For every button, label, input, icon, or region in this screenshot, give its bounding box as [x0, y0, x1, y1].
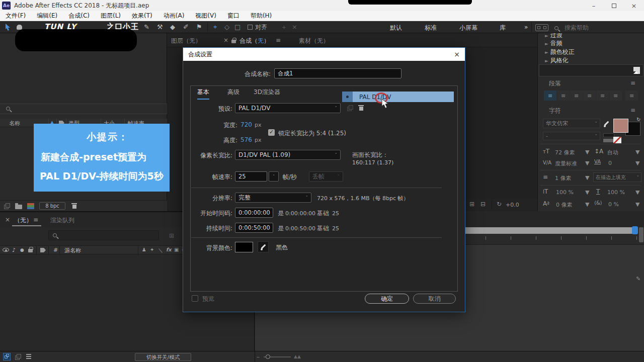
menu-composition[interactable]: 合成(C): [63, 12, 95, 20]
brush-tool-icon[interactable]: ✐: [183, 23, 189, 31]
comp-marker-icon[interactable]: ✎: [636, 276, 640, 282]
hand-tool-icon[interactable]: [17, 25, 22, 30]
help-search-input[interactable]: 搜索帮助: [565, 24, 589, 32]
lock-aspect-checkbox[interactable]: ✓: [268, 129, 275, 136]
toggle-switches-modes-button[interactable]: 切换开关/模式: [135, 353, 191, 361]
panel-menu-icon[interactable]: ≡: [630, 79, 635, 86]
pen-tool-icon[interactable]: ✎: [144, 23, 149, 31]
delete-preset-icon[interactable]: [358, 105, 364, 111]
project-settings-icon[interactable]: [27, 203, 34, 209]
motion-blur-icon[interactable]: ＼: [158, 247, 163, 254]
pixel-aspect-select[interactable]: D1/DV PAL (1.09)˅: [235, 150, 341, 160]
dialog-title-bar[interactable]: 合成设置 ×: [183, 48, 465, 61]
expand-layers-icon[interactable]: [3, 353, 11, 360]
chevron-down-icon[interactable]: ▼: [635, 189, 639, 196]
chevron-down-icon[interactable]: ▼: [635, 160, 639, 166]
frame-rate-dropdown-button[interactable]: ˅: [269, 171, 279, 182]
justify-all-button[interactable]: ≡: [625, 90, 638, 101]
lock-icon[interactable]: [231, 40, 236, 43]
tab-comp-none[interactable]: （无）: [14, 216, 32, 225]
graph-editor-icon[interactable]: ⊞: [169, 232, 174, 239]
fx-icon[interactable]: fx: [166, 247, 172, 252]
selection-tool-icon[interactable]: [5, 23, 11, 31]
solo-icon[interactable]: ●: [20, 247, 24, 252]
lock-icon[interactable]: [28, 249, 33, 252]
workspace-overflow-chevron[interactable]: »: [524, 24, 528, 31]
menu-edit[interactable]: 编辑(E): [31, 12, 63, 20]
dialog-close-icon[interactable]: ×: [454, 50, 460, 58]
zoom-in-icon[interactable]: ▲▲: [294, 354, 301, 359]
audio-icon[interactable]: ♪: [12, 247, 16, 253]
menu-animation[interactable]: 动画(A): [158, 12, 190, 20]
align-right-button[interactable]: ≡: [570, 90, 583, 101]
rotation-icon[interactable]: ↻: [497, 201, 502, 208]
bg-color-swatch[interactable]: [235, 242, 253, 252]
tracking-value[interactable]: 0: [608, 160, 612, 166]
color-depth-button[interactable]: 8 bpc: [39, 202, 65, 210]
snap-checkbox[interactable]: [248, 25, 253, 30]
vertical-scale-value[interactable]: 100 %: [556, 189, 574, 196]
stamp-tool-icon[interactable]: ⚒: [157, 23, 163, 31]
axis-mode-view-icon[interactable]: □: [234, 23, 240, 31]
shy-icon[interactable]: ♟: [142, 247, 146, 252]
panel-menu-icon[interactable]: ≡: [33, 216, 38, 223]
tab-advanced[interactable]: 高级: [227, 88, 239, 97]
effects-item[interactable]: ► 颜色校正: [545, 48, 575, 56]
menu-file[interactable]: 文件(F): [0, 12, 31, 20]
tsume-value[interactable]: 0 %: [608, 201, 619, 208]
workspace-bar-icon[interactable]: [535, 24, 548, 31]
justify-last-right-button[interactable]: ≡: [609, 90, 622, 101]
menu-effect[interactable]: 效果(T): [126, 12, 158, 20]
zoom-out-icon[interactable]: –: [257, 353, 260, 360]
chevron-down-icon[interactable]: ▼: [635, 201, 639, 208]
preset-select[interactable]: PAL D1/DV˅: [235, 103, 341, 113]
ok-button[interactable]: 确定: [365, 294, 409, 304]
project-search-row[interactable]: [0, 104, 167, 114]
cancel-button[interactable]: 取消: [413, 294, 456, 304]
vertical-scrollbar[interactable]: [639, 227, 643, 242]
font-style-select[interactable]: -˅: [543, 132, 600, 140]
new-preset-icon[interactable]: [633, 67, 640, 74]
brainstorm-icon[interactable]: [26, 354, 31, 355]
stroke-width-value[interactable]: 1 像素: [555, 174, 572, 182]
close-button[interactable]: ×: [624, 2, 644, 10]
menu-help[interactable]: 帮助(H): [245, 12, 277, 20]
menu-window[interactable]: 窗口: [222, 12, 245, 20]
tab-basic[interactable]: 基本: [197, 88, 209, 100]
eraser-tool-icon[interactable]: ◆: [170, 23, 175, 31]
column-name[interactable]: 名称: [9, 120, 20, 127]
grid-icon[interactable]: ⊞: [469, 201, 474, 208]
axis-mode-local-icon[interactable]: ⌖: [213, 23, 217, 31]
width-value[interactable]: 720: [240, 121, 252, 128]
font-family-select[interactable]: 华文仿宋˅: [543, 119, 600, 128]
effects-item[interactable]: ► 音频: [545, 39, 562, 48]
duration-input[interactable]: 0:00:50:00: [235, 223, 273, 233]
frame-rate-input[interactable]: 25: [235, 171, 267, 182]
align-left-button[interactable]: ≡: [544, 90, 556, 101]
scrollbar-end-cap[interactable]: [632, 226, 638, 234]
baseline-shift-value[interactable]: 0 像素: [556, 201, 573, 209]
axis-mode-world-icon[interactable]: ◇: [224, 23, 229, 31]
resolution-select[interactable]: 完整˅: [235, 193, 311, 203]
workspace-standard[interactable]: 标准: [425, 24, 437, 32]
comp-name-input[interactable]: 合成1: [274, 68, 401, 78]
maximize-button[interactable]: [604, 4, 624, 8]
workspace-default[interactable]: 默认: [390, 24, 402, 32]
stroke-width-swatch2[interactable]: [603, 139, 614, 142]
workspace-small-screen[interactable]: 小屏幕: [459, 24, 477, 32]
fill-color-swatch[interactable]: [613, 119, 628, 133]
puppet-tool-icon[interactable]: ⚑: [196, 23, 202, 31]
panel-menu-icon[interactable]: ≡: [276, 37, 281, 44]
chevron-down-icon[interactable]: ▼: [585, 174, 589, 181]
leading-value[interactable]: 自动: [607, 149, 618, 156]
frame-blend-toggle-icon[interactable]: [15, 354, 21, 359]
swap-colors-icon[interactable]: ↻: [636, 117, 640, 122]
column-source-name[interactable]: 源名称: [64, 247, 81, 254]
adjustment-layer-icon[interactable]: ▣: [174, 247, 179, 252]
chevron-down-icon[interactable]: ▼: [635, 149, 639, 155]
chevron-down-icon[interactable]: ▼: [585, 201, 589, 208]
chevron-down-icon[interactable]: ▼: [585, 160, 589, 166]
zoom-slider-knob[interactable]: [266, 354, 270, 359]
eye-icon[interactable]: [3, 248, 9, 252]
effects-item[interactable]: ► 风格化: [545, 56, 569, 65]
